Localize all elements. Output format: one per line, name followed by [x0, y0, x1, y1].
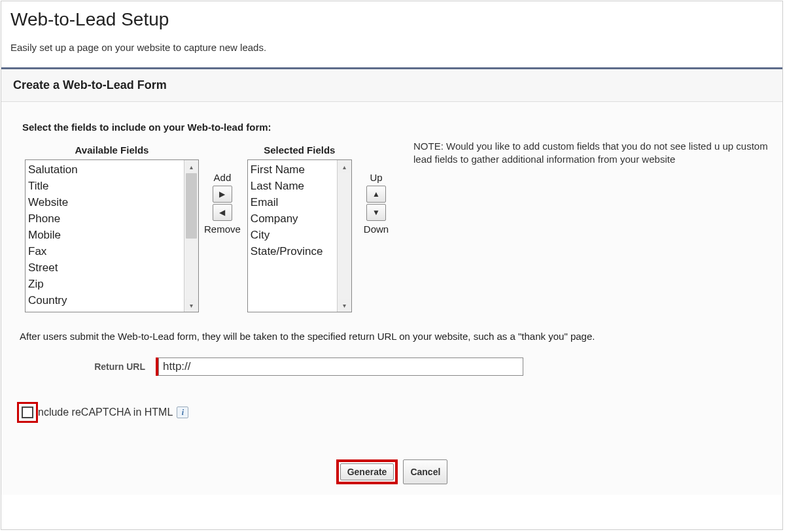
cancel-button[interactable]: Cancel: [403, 459, 447, 484]
return-url-input[interactable]: [158, 357, 523, 376]
scroll-up-icon[interactable]: ▴: [338, 160, 351, 173]
remove-label: Remove: [204, 224, 241, 235]
arrow-left-icon: ◀: [219, 208, 225, 217]
info-icon[interactable]: i: [177, 407, 188, 418]
scroll-down-icon[interactable]: ▾: [184, 299, 198, 312]
down-label: Down: [364, 224, 389, 235]
available-fields-label: Available Fields: [75, 144, 149, 156]
up-label: Up: [370, 172, 382, 183]
list-item[interactable]: State/Province: [251, 243, 334, 259]
recaptcha-row: nclude reCAPTCHA in HTML i: [1, 376, 782, 423]
scroll-up-icon[interactable]: ▴: [184, 160, 198, 173]
list-item[interactable]: Fax: [28, 243, 181, 259]
available-fields-listbox[interactable]: SalutationTitleWebsitePhoneMobileFaxStre…: [25, 159, 199, 312]
list-item[interactable]: Mobile: [28, 227, 181, 243]
available-column: Available Fields SalutationTitleWebsiteP…: [25, 144, 199, 312]
add-label: Add: [214, 172, 232, 183]
list-item[interactable]: Company: [251, 210, 334, 227]
remove-button[interactable]: ◀: [213, 204, 232, 221]
form-section: Create a Web-to-Lead Form Select the fie…: [1, 67, 782, 495]
return-url-row: Return URL: [1, 342, 782, 376]
generate-highlight: Generate: [336, 459, 398, 484]
page-subtitle: Easily set up a page on your website to …: [10, 42, 773, 53]
recaptcha-label: nclude reCAPTCHA in HTML: [38, 407, 173, 418]
page-title: Web-to-Lead Setup: [10, 9, 773, 30]
available-scrollbar[interactable]: ▴ ▾: [184, 160, 198, 312]
scroll-thumb[interactable]: [186, 173, 197, 239]
recaptcha-checkbox-highlight: [17, 402, 38, 423]
list-item[interactable]: Last Name: [251, 178, 334, 194]
selected-column: Selected Fields First NameLast NameEmail…: [247, 144, 352, 312]
selected-fields-listbox[interactable]: First NameLast NameEmailCompanyCityState…: [247, 159, 352, 312]
page-container: Web-to-Lead Setup Easily set up a page o…: [1, 1, 783, 530]
arrow-down-icon: ▼: [372, 208, 380, 217]
list-item[interactable]: City: [251, 227, 334, 243]
action-buttons: Generate Cancel: [1, 423, 782, 495]
section-header: Create a Web-to-Lead Form: [1, 69, 782, 102]
arrow-up-icon: ▲: [372, 190, 380, 199]
list-item[interactable]: Country: [28, 292, 181, 308]
list-item[interactable]: Phone: [28, 210, 181, 227]
add-remove-controls: Add ▶ ◀ Remove: [199, 144, 246, 236]
move-up-button[interactable]: ▲: [366, 186, 386, 203]
page-header: Web-to-Lead Setup Easily set up a page o…: [1, 1, 782, 67]
list-item[interactable]: Email: [251, 194, 334, 210]
list-item[interactable]: First Name: [251, 161, 334, 178]
generate-button[interactable]: Generate: [340, 463, 394, 480]
list-item[interactable]: Title: [28, 178, 181, 194]
list-item[interactable]: Salutation: [28, 161, 181, 178]
scroll-down-icon[interactable]: ▾: [338, 299, 351, 312]
reorder-controls: Up ▲ ▼ Down: [358, 144, 394, 236]
section-title: Create a Web-to-Lead Form: [13, 78, 771, 92]
selected-fields-label: Selected Fields: [264, 144, 335, 156]
selected-scrollbar[interactable]: ▴ ▾: [337, 160, 351, 312]
field-picker: Available Fields SalutationTitleWebsiteP…: [1, 144, 782, 312]
return-url-label: Return URL: [1, 361, 156, 372]
add-button[interactable]: ▶: [213, 186, 232, 203]
move-down-button[interactable]: ▼: [366, 204, 386, 221]
list-item[interactable]: Street: [28, 259, 181, 276]
arrow-right-icon: ▶: [219, 190, 225, 199]
return-url-description: After users submit the Web-to-Lead form,…: [1, 312, 782, 342]
recaptcha-checkbox[interactable]: [22, 407, 33, 418]
section-body: Select the fields to include on your Web…: [1, 102, 782, 495]
list-item[interactable]: Zip: [28, 276, 181, 292]
list-item[interactable]: Website: [28, 194, 181, 210]
